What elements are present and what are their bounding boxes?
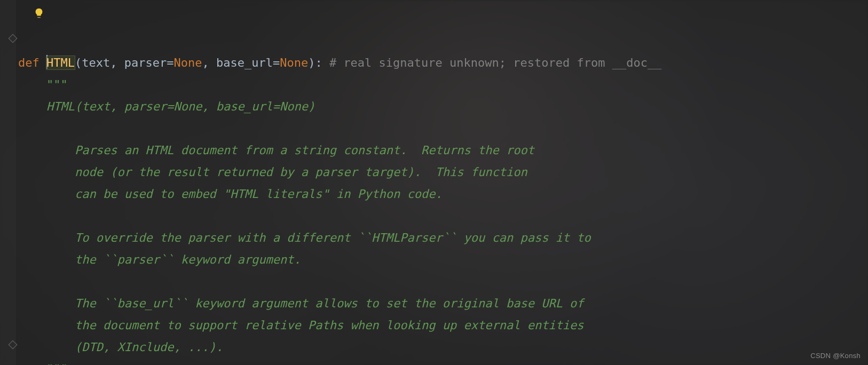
none-literal: None [173, 56, 202, 69]
docstring-open: """ [18, 78, 68, 91]
editor-gutter[interactable] [0, 0, 16, 365]
lightbulb-icon[interactable] [33, 7, 45, 19]
paren-open: ( [75, 56, 82, 69]
param-parser: parser [124, 56, 167, 69]
code-editor[interactable]: def HTML(text, parser=None, base_url=Non… [18, 30, 863, 365]
docstring-line: the ``parser`` keyword argument. [18, 253, 301, 266]
fold-toggle-icon[interactable] [9, 34, 18, 43]
docstring-line: node (or the result returned by a parser… [18, 165, 527, 179]
fold-toggle-icon[interactable] [9, 340, 18, 350]
docstring-line: can be used to embed "HTML literals" in … [18, 187, 443, 201]
paren-close: ): [308, 56, 322, 69]
docstring-line: (DTD, XInclude, ...). [18, 340, 223, 354]
none-literal: None [280, 56, 308, 69]
docstring-close: """ [18, 362, 68, 365]
docstring-line: Parses an HTML document from a string co… [18, 144, 534, 157]
function-name: HTML [46, 56, 75, 69]
param-base-url: base_url [216, 56, 273, 69]
line-comment: # real signature unknown; restored from … [322, 56, 662, 69]
code-line[interactable]: def HTML(text, parser=None, base_url=Non… [18, 56, 661, 69]
watermark-text: CSDN @Konsh [810, 352, 861, 360]
keyword-def: def [18, 56, 40, 69]
docstring-line: the document to support relative Paths w… [18, 319, 584, 332]
param-text: text [82, 56, 110, 69]
docstring-line: To override the parser with a different … [18, 231, 591, 244]
docstring-line: The ``base_url`` keyword argument allows… [18, 297, 584, 310]
docstring-line: HTML(text, parser=None, base_url=None) [18, 100, 315, 113]
